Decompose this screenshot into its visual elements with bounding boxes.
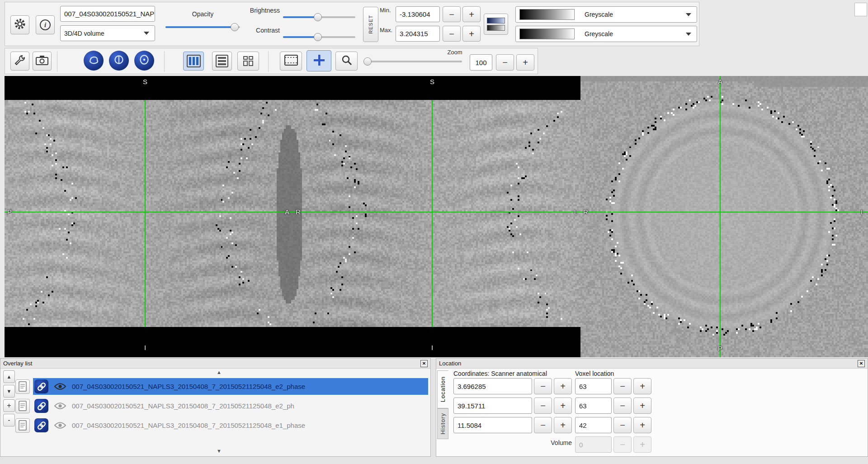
- coordinates-header: Coordinates: Scanner anatomical: [453, 370, 547, 377]
- reset-button[interactable]: RESET: [363, 7, 378, 42]
- world-z-field[interactable]: 11.5084: [453, 417, 532, 433]
- brain-sagittal-icon: [88, 54, 99, 67]
- world-x-increment-button[interactable]: +: [554, 378, 572, 394]
- layout-vertical-button[interactable]: [212, 52, 232, 71]
- move-overlay-down-button[interactable]: ▼: [3, 385, 15, 398]
- link-icon[interactable]: [34, 418, 48, 432]
- colormap-dropdown-secondary[interactable]: Greyscale: [515, 26, 697, 42]
- brightness-label: Brightness: [231, 7, 280, 14]
- overlay-type-dropdown[interactable]: 3D/4D volume: [60, 25, 155, 41]
- max-increment-button[interactable]: +: [462, 26, 481, 42]
- axial-canvas-toggle-button[interactable]: [134, 51, 154, 71]
- axial-view[interactable]: A P R L: [580, 76, 868, 357]
- scroll-up-icon[interactable]: ▲: [217, 369, 222, 375]
- world-y-increment-button[interactable]: +: [554, 398, 572, 414]
- movie-mode-button[interactable]: [280, 52, 302, 71]
- voxel-z-field[interactable]: 42: [575, 417, 612, 433]
- eye-icon[interactable]: [53, 418, 67, 433]
- brightness-slider[interactable]: [283, 13, 355, 21]
- remove-overlay-button[interactable]: -: [3, 414, 15, 426]
- zoom-decrement-button[interactable]: −: [496, 54, 514, 71]
- view-settings-button[interactable]: [10, 52, 29, 71]
- voxel-x-field[interactable]: 63: [575, 378, 612, 394]
- overlay-name-field[interactable]: 007_04S030020150521_NAP: [60, 6, 155, 22]
- sagittal-canvas[interactable]: [5, 100, 293, 327]
- location-titlebar: Location ✕: [436, 359, 868, 369]
- toolbar-separator: [268, 51, 269, 72]
- world-y-field[interactable]: 39.15711: [453, 398, 532, 414]
- overlay-list-item[interactable]: 007_04S030020150521_NAPLS3_20150408_7_20…: [15, 398, 428, 414]
- coronal-view[interactable]: S I R L: [293, 76, 580, 357]
- world-x-decrement-button[interactable]: −: [534, 378, 552, 394]
- overlay-info-icon[interactable]: [15, 379, 30, 394]
- ortho-toolbar: Zoom 100 − +: [5, 48, 538, 74]
- overlay-list-item[interactable]: 007_04S030020150521_NAPLS3_20150408_7_20…: [15, 378, 428, 395]
- voxel-x-decrement-button[interactable]: −: [613, 378, 632, 394]
- min-increment-button[interactable]: +: [462, 6, 481, 22]
- voxel-z-decrement-button[interactable]: −: [613, 417, 632, 433]
- min-decrement-button[interactable]: −: [443, 6, 461, 22]
- sagittal-canvas-toggle-button[interactable]: [84, 51, 104, 71]
- overlay-info-icon[interactable]: [15, 399, 30, 413]
- axial-canvas[interactable]: [580, 76, 868, 357]
- link-icon[interactable]: [34, 379, 48, 393]
- layout-horizontal-button[interactable]: [183, 52, 204, 71]
- max-value-field[interactable]: 3.204315: [396, 26, 440, 42]
- zoom-increment-button[interactable]: +: [516, 54, 534, 71]
- tab-history[interactable]: History: [437, 408, 448, 439]
- overlay-list-title: Overlay list: [3, 360, 32, 367]
- volume-label: Volume: [513, 439, 572, 446]
- film-strip-icon: [284, 55, 298, 67]
- zoom-mode-button[interactable]: [335, 52, 358, 71]
- tab-location[interactable]: Location: [437, 370, 448, 408]
- zoom-slider[interactable]: [365, 57, 462, 66]
- contrast-slider[interactable]: [283, 33, 355, 41]
- link-icon[interactable]: [34, 399, 48, 413]
- screenshot-button[interactable]: [33, 52, 52, 71]
- chevron-down-icon: [686, 33, 691, 36]
- move-overlay-up-button[interactable]: ▲: [3, 370, 15, 383]
- eye-icon[interactable]: [53, 399, 67, 413]
- world-z-decrement-button[interactable]: −: [534, 417, 552, 433]
- close-icon[interactable]: ✕: [420, 360, 428, 367]
- opacity-label: Opacity: [165, 10, 240, 18]
- voxel-y-decrement-button[interactable]: −: [613, 398, 632, 414]
- world-x-field[interactable]: 3.696285: [453, 378, 532, 394]
- zoom-value-field[interactable]: 100: [470, 54, 492, 71]
- overlay-info-button[interactable]: i: [36, 15, 55, 34]
- anatomical-label-superior: S: [430, 78, 434, 85]
- eye-icon[interactable]: [53, 379, 67, 394]
- overlay-settings-button[interactable]: [10, 15, 29, 34]
- slider-thumb[interactable]: [314, 33, 322, 41]
- overlay-list-item[interactable]: 007_04S030020150521_NAPLS3_20150408_7_20…: [15, 417, 428, 434]
- add-overlay-button[interactable]: +: [3, 399, 15, 412]
- colormap-picker-button[interactable]: [484, 14, 508, 35]
- crosshair-mode-button[interactable]: [307, 50, 331, 71]
- anatomical-label-left: L: [861, 208, 864, 216]
- layout-grid-button[interactable]: [237, 52, 259, 71]
- reset-label: RESET: [368, 15, 373, 34]
- voxel-header: Voxel location: [575, 370, 614, 377]
- sagittal-view[interactable]: S I P A: [5, 76, 293, 357]
- zoom-label: Zoom: [441, 49, 468, 56]
- colormap-name: Greyscale: [585, 30, 613, 38]
- world-y-decrement-button[interactable]: −: [534, 398, 552, 414]
- voxel-y-field[interactable]: 63: [575, 398, 612, 414]
- coronal-canvas-toggle-button[interactable]: [109, 51, 129, 71]
- slider-thumb[interactable]: [314, 13, 322, 21]
- crosshair-vertical: [720, 76, 721, 357]
- world-z-increment-button[interactable]: +: [554, 417, 572, 433]
- close-icon[interactable]: ✕: [858, 360, 865, 367]
- slider-thumb[interactable]: [363, 57, 372, 66]
- voxel-x-increment-button[interactable]: +: [633, 378, 651, 394]
- anatomical-label-posterior: P: [7, 208, 12, 216]
- colormap-dropdown-primary[interactable]: Greyscale: [515, 6, 697, 23]
- scroll-down-icon[interactable]: ▼: [217, 448, 222, 454]
- min-value-field[interactable]: -3.130604: [396, 6, 440, 22]
- voxel-y-increment-button[interactable]: +: [633, 398, 651, 414]
- opacity-slider[interactable]: [165, 23, 240, 31]
- voxel-z-increment-button[interactable]: +: [633, 417, 651, 433]
- overlay-info-icon[interactable]: [15, 418, 30, 433]
- max-decrement-button[interactable]: −: [443, 26, 461, 42]
- coronal-canvas[interactable]: [293, 100, 580, 327]
